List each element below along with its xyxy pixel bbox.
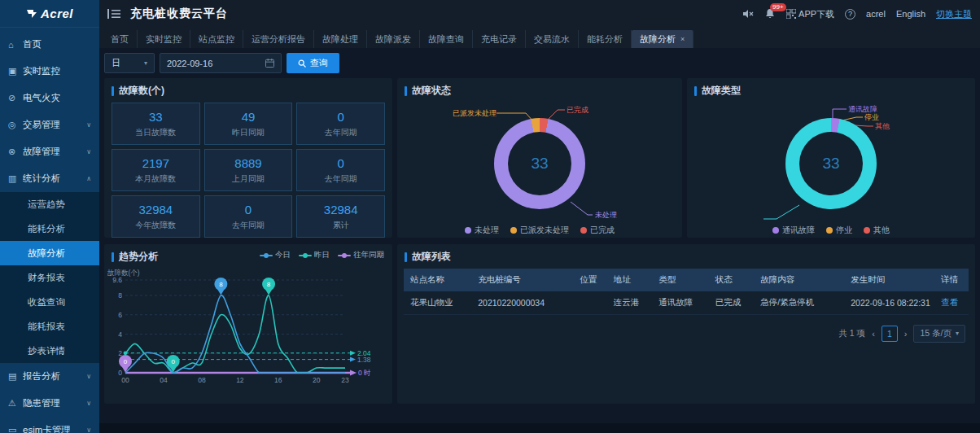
legend-item-已派发未处理[interactable]: 已派发未处理 [510, 225, 569, 236]
tab-故障分析[interactable]: 故障分析× [632, 30, 693, 48]
stat-value: 0 [337, 156, 343, 170]
row-2: 趋势分析 今日昨日往年同期 故障数(个)024689.6000408121620… [99, 243, 980, 404]
tab-能耗分析[interactable]: 能耗分析 [579, 30, 632, 48]
sidebar-subitem-能耗分析[interactable]: 能耗分析 [0, 216, 99, 241]
page-number[interactable]: 1 [882, 326, 898, 342]
legend-item-停业[interactable]: 停业 [826, 225, 852, 236]
svg-text:04: 04 [160, 376, 168, 384]
top-header: 充电桩收费云平台 99+ APP下载 ? acrel English 切换主题 [99, 0, 980, 28]
table-cell: 2022-09-16 08:22:31 [844, 291, 934, 314]
stat-label: 累计 [333, 220, 349, 231]
tab-首页[interactable]: 首页 [103, 30, 138, 48]
stats-icon: ▥ [8, 173, 23, 184]
app-download-button[interactable]: APP下载 [786, 8, 834, 20]
sidebar-item-电气火灾[interactable]: ⊘电气火灾 [0, 85, 99, 112]
svg-text:23: 23 [341, 376, 349, 384]
sidebar-item-交易管理[interactable]: ◎交易管理∨ [0, 112, 99, 138]
tab-交易流水[interactable]: 交易流水 [526, 30, 579, 48]
sidebar-subitem-抄表详情[interactable]: 抄表详情 [0, 339, 99, 363]
tab-运营分析报告[interactable]: 运营分析报告 [243, 30, 314, 48]
stat-label: 去年同期 [232, 220, 265, 231]
trend-legend-往年同期[interactable]: 往年同期 [338, 250, 384, 260]
stat-label: 上月同期 [232, 173, 265, 185]
tab-故障查询[interactable]: 故障查询 [420, 30, 473, 48]
close-tab-icon[interactable]: × [680, 35, 685, 43]
tab-站点监控[interactable]: 站点监控 [190, 30, 243, 48]
donut-ring[interactable]: 33 [785, 118, 877, 209]
sidebar-item-首页[interactable]: ⌂首页 [0, 31, 99, 58]
notifications-bell-icon[interactable]: 99+ [764, 8, 776, 20]
help-icon[interactable]: ? [845, 9, 855, 20]
fault-status-donut-chart: 33已派发未处理已完成未处理未处理已派发未处理已完成 [397, 101, 682, 238]
svg-text:16: 16 [274, 376, 282, 384]
view-detail-link[interactable]: 查看 [934, 291, 969, 314]
table-cell: 连云港 [607, 291, 653, 314]
language-switch[interactable]: English [896, 9, 925, 19]
app-window: Acrel ⌂首页▣实时监控⊘电气火灾◎交易管理∨⊗故障管理∨▥统计分析∧运营趋… [0, 0, 980, 433]
sidebar-item-label: 故障管理 [23, 146, 86, 158]
stat-card-上月同期: 8889上月同期 [204, 149, 293, 191]
date-picker[interactable]: 2022-09-16 [160, 53, 282, 73]
legend-dot [510, 227, 517, 234]
monitor-icon: ▣ [8, 66, 23, 77]
calendar-icon [265, 59, 274, 68]
page-size-select[interactable]: 15 条/页 ▾ [913, 325, 965, 343]
fault-table: 站点名称充电桩编号位置地址类型状态故障内容发生时间详情 花果山物业2021022… [404, 269, 969, 315]
legend-item-其他[interactable]: 其他 [864, 225, 890, 236]
stat-label: 本月故障数 [135, 173, 176, 185]
svg-text:8: 8 [267, 281, 271, 288]
svg-text:8: 8 [219, 281, 223, 288]
prev-page-icon[interactable]: ‹ [872, 329, 875, 339]
collapse-menu-icon[interactable] [107, 9, 120, 19]
table-row[interactable]: 花果山物业20210220000034连云港通讯故障已完成急停/紧急停机2022… [404, 291, 969, 314]
legend-dot [465, 227, 471, 234]
trend-legend: 今日昨日往年同期 [260, 250, 384, 260]
tab-充电记录[interactable]: 充电记录 [473, 30, 526, 48]
tab-故障派发[interactable]: 故障派发 [367, 30, 420, 48]
user-menu[interactable]: acrel [866, 9, 886, 19]
sidebar-item-esim卡管理[interactable]: ▭esim卡管理∨ [0, 417, 99, 433]
sidebar-item-隐患管理[interactable]: ⚠隐患管理∨ [0, 390, 99, 417]
home-icon: ⌂ [8, 40, 23, 50]
sidebar-item-实时监控[interactable]: ▣实时监控 [0, 58, 99, 85]
sidebar-subitem-收益查询[interactable]: 收益查询 [0, 290, 99, 314]
legend-item-已完成[interactable]: 已完成 [580, 225, 615, 236]
sidebar-subitem-运营趋势[interactable]: 运营趋势 [0, 192, 99, 216]
sidebar-item-报告分析[interactable]: ▤报告分析∨ [0, 363, 99, 390]
tab-实时监控[interactable]: 实时监控 [138, 30, 190, 48]
period-select[interactable]: 日 ▾ [104, 53, 155, 73]
period-select-value: 日 [112, 57, 120, 69]
svg-text:8: 8 [118, 291, 122, 300]
svg-text:08: 08 [198, 376, 206, 384]
sidebar-subitem-财务报表[interactable]: 财务报表 [0, 265, 99, 290]
theme-switch-link[interactable]: 切换主题 [936, 8, 972, 20]
mute-icon[interactable] [742, 8, 754, 20]
trend-legend-昨日[interactable]: 昨日 [299, 250, 330, 260]
stat-value: 2197 [142, 156, 169, 170]
stat-label: 去年同期 [325, 173, 357, 185]
legend-item-未处理[interactable]: 未处理 [465, 225, 499, 236]
sidebar-subitem-故障分析[interactable]: 故障分析 [0, 241, 99, 265]
next-page-icon[interactable]: › [904, 329, 908, 339]
page-title: 充电桩收费云平台 [130, 7, 228, 21]
donut-ring[interactable]: 33 [494, 118, 585, 209]
legend-item-通讯故障[interactable]: 通讯故障 [772, 225, 815, 236]
sidebar-item-label: 实时监控 [23, 65, 91, 77]
report-icon: ▤ [8, 371, 23, 382]
stat-label: 今年故障数 [135, 220, 176, 231]
query-button-label: 查询 [310, 57, 328, 69]
panel-fault-type: 故障类型 33通讯故障停业其他通讯故障停业其他 [687, 78, 975, 238]
fault-table-head: 站点名称充电桩编号位置地址类型状态故障内容发生时间详情 [404, 269, 969, 291]
panel-trend: 趋势分析 今日昨日往年同期 故障数(个)024689.6000408121620… [104, 244, 392, 404]
trend-legend-今日[interactable]: 今日 [260, 250, 291, 260]
stat-value: 33 [149, 110, 163, 124]
sidebar-item-统计分析[interactable]: ▥统计分析∧ [0, 165, 99, 192]
query-button[interactable]: 查询 [287, 53, 339, 73]
sidebar-subitem-能耗报表[interactable]: 能耗报表 [0, 314, 99, 339]
tab-故障处理[interactable]: 故障处理 [314, 30, 367, 48]
slice-label-未处理: 未处理 [595, 210, 617, 221]
svg-text:20: 20 [313, 376, 321, 384]
column-header-充电桩编号: 充电桩编号 [471, 269, 573, 291]
sidebar-item-故障管理[interactable]: ⊗故障管理∨ [0, 138, 99, 165]
slice-label-已派发未处理: 已派发未处理 [453, 108, 497, 119]
